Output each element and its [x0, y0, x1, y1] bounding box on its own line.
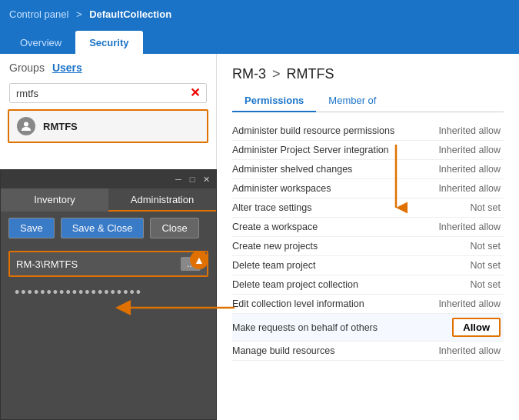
breadcrumb-control-panel[interactable]: Control panel — [9, 8, 68, 20]
perm-status: Not set — [424, 198, 504, 218]
perm-name: Edit collection level information — [232, 295, 424, 314]
allow-badge[interactable]: Allow — [452, 318, 501, 337]
table-row[interactable]: Administer build resource permissionsInh… — [232, 122, 504, 141]
perm-name: Create new projects — [232, 237, 424, 256]
perm-status: Inherited allow — [424, 122, 504, 141]
close-button[interactable]: Close — [150, 218, 198, 238]
float-titlebar: ─ □ ✕ — [1, 170, 216, 188]
permissions-table: Administer build resource permissionsInh… — [232, 122, 504, 361]
restore-icon[interactable]: □ — [187, 174, 198, 185]
perm-name: Delete team project — [232, 256, 424, 275]
arrow-annotation-left — [115, 288, 238, 327]
table-row[interactable]: Edit collection level informationInherit… — [232, 295, 504, 314]
perm-name: Manage build resources — [232, 342, 424, 361]
save-close-button[interactable]: Save & Close — [61, 218, 145, 238]
svg-point-0 — [24, 122, 28, 127]
perm-status: Not set — [424, 237, 504, 256]
table-row[interactable]: Administer workspacesInherited allow — [232, 179, 504, 198]
rm3-title: RM-3 > RMTFS — [232, 66, 504, 82]
table-row[interactable]: Delete team projectNot set — [232, 256, 504, 275]
table-row[interactable]: Administer shelved changesInherited allo… — [232, 160, 504, 179]
perm-status[interactable]: Allow — [424, 314, 504, 342]
table-row[interactable]: Delete team project collectionNot set — [232, 275, 504, 295]
groups-link[interactable]: Groups — [9, 62, 45, 74]
perm-name: Delete team project collection — [232, 275, 424, 295]
rm3-text: RM-3\RMTFS — [16, 258, 78, 270]
breadcrumb: Control panel > DefaultCollection — [9, 8, 171, 20]
breadcrumb-separator: > — [76, 8, 82, 20]
search-box: ✕ — [9, 83, 207, 103]
table-row[interactable]: Create new projectsNot set — [232, 237, 504, 256]
table-row[interactable]: Manage build resourcesInherited allow — [232, 342, 504, 361]
avatar — [17, 117, 35, 135]
top-bar: Control panel > DefaultCollection — [0, 0, 519, 28]
perm-status: Not set — [424, 275, 504, 295]
perm-status: Not set — [424, 256, 504, 275]
perm-status: Inherited allow — [424, 218, 504, 237]
close-icon[interactable]: ✕ — [201, 174, 211, 185]
groups-users-bar: Groups Users — [0, 54, 216, 78]
title-separator: > — [272, 66, 281, 82]
table-row[interactable]: Alter trace settingsNot set — [232, 198, 504, 218]
perm-status: Inherited allow — [424, 179, 504, 198]
tab-security[interactable]: Security — [75, 31, 142, 54]
rm3-row[interactable]: RM-3\RMTFS ... — [8, 251, 208, 277]
right-panel: RM-3 > RMTFS Permissions Member of Admin… — [217, 54, 519, 420]
perm-status: Inherited allow — [424, 342, 504, 361]
tab-bar: Overview Security — [0, 28, 519, 54]
float-tab-inventory[interactable]: Inventory — [1, 188, 108, 212]
user-name-label: RMTFS — [43, 121, 78, 132]
breadcrumb-collection: DefaultCollection — [89, 8, 171, 20]
perm-name: Make requests on behalf of others — [232, 314, 424, 342]
float-tabs: Inventory Administration — [1, 188, 216, 212]
search-input[interactable] — [16, 88, 190, 99]
tab-member-of[interactable]: Member of — [316, 90, 388, 112]
search-clear-icon[interactable]: ✕ — [190, 87, 200, 99]
perm-status: Inherited allow — [424, 141, 504, 160]
table-row[interactable]: Make requests on behalf of othersAllow — [232, 314, 504, 342]
users-link[interactable]: Users — [52, 62, 82, 74]
table-row[interactable]: Administer Project Server integrationInh… — [232, 141, 504, 160]
title-prefix: RM-3 — [232, 66, 266, 82]
up-arrow-button[interactable]: ▲ — [190, 251, 208, 269]
right-tabs: Permissions Member of — [232, 90, 504, 112]
arrow-annotation-down — [384, 145, 408, 214]
perm-status: Inherited allow — [424, 295, 504, 314]
save-button[interactable]: Save — [8, 218, 55, 238]
perm-status: Inherited allow — [424, 160, 504, 179]
minimize-icon[interactable]: ─ — [173, 174, 184, 185]
title-suffix: RMTFS — [287, 66, 334, 82]
float-buttons: Save Save & Close Close — [1, 212, 216, 245]
table-row[interactable]: Create a workspaceInherited allow — [232, 218, 504, 237]
perm-name: Administer build resource permissions — [232, 122, 424, 141]
tab-permissions[interactable]: Permissions — [232, 90, 316, 112]
float-tab-administration[interactable]: Administration — [108, 188, 216, 212]
tab-overview[interactable]: Overview — [6, 31, 75, 54]
perm-name: Create a workspace — [232, 218, 424, 237]
user-item-rmtfs[interactable]: RMTFS — [8, 109, 208, 143]
